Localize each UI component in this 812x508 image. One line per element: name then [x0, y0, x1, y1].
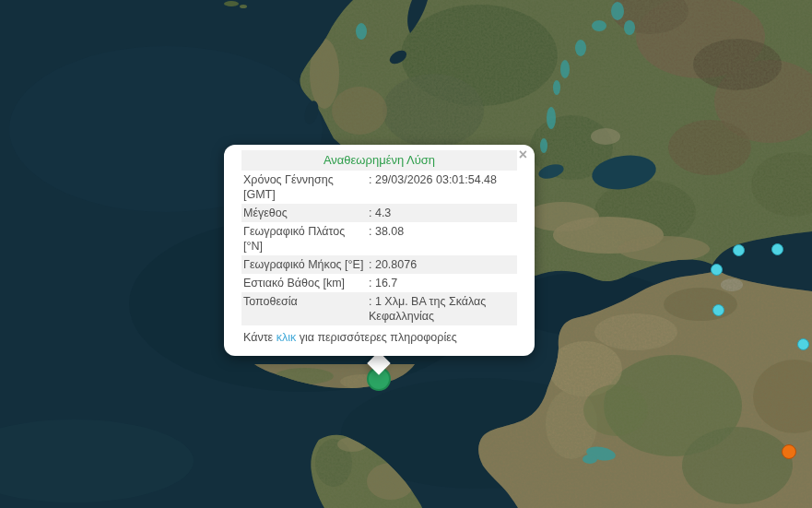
row-label: Χρόνος Γέννησης [GMT]	[241, 172, 367, 202]
row-label: Εστιακό Βάθος [km]	[241, 276, 367, 290]
row-value: : 1 Χλμ. ΒΑ της Σκάλας Κεφαλληνίας	[367, 294, 517, 324]
event-marker-1[interactable]	[733, 244, 745, 256]
event-marker-4[interactable]	[712, 304, 724, 316]
more-info-link[interactable]: κλικ	[277, 331, 297, 344]
popup-row-magnitude: Μέγεθος : 4.3	[241, 204, 517, 222]
row-label: Γεωγραφικό Μήκος [°E]	[241, 257, 367, 272]
close-icon[interactable]: ×	[519, 148, 527, 161]
row-value: : 38.08	[367, 224, 517, 254]
popup-row-latitude: Γεωγραφικό Πλάτος [°N] : 38.08	[241, 222, 517, 255]
event-marker-3[interactable]	[711, 264, 723, 276]
popup-row-depth: Εστιακό Βάθος [km] : 16.7	[241, 274, 517, 292]
footer-text-prefix: Κάντε	[243, 331, 277, 344]
row-value: : 29/03/2026 03:01:54.48	[367, 172, 517, 202]
earthquake-popup: × Αναθεωρημένη Λύση Χρόνος Γέννησης [GMT…	[224, 145, 535, 356]
popup-table: Χρόνος Γέννησης [GMT] : 29/03/2026 03:01…	[241, 171, 517, 325]
map-viewport[interactable]: × Αναθεωρημένη Λύση Χρόνος Γέννησης [GMT…	[0, 0, 812, 508]
popup-row-longitude: Γεωγραφικό Μήκος [°E] : 20.8076	[241, 255, 517, 274]
row-value: : 20.8076	[367, 257, 517, 272]
row-label: Μέγεθος	[241, 206, 367, 220]
row-value: : 4.3	[367, 206, 517, 220]
popup-row-origin-time: Χρόνος Γέννησης [GMT] : 29/03/2026 03:01…	[241, 171, 517, 204]
event-marker-2[interactable]	[771, 243, 783, 255]
footer-text-suffix: για περισσότερες πληροφορίες	[296, 331, 457, 344]
popup-row-location: Τοποθεσία : 1 Χλμ. ΒΑ της Σκάλας Κεφαλλη…	[241, 292, 517, 325]
row-value: : 16.7	[367, 276, 517, 290]
popup-title: Αναθεωρημένη Λύση	[241, 150, 517, 171]
event-marker-5[interactable]	[797, 338, 809, 350]
row-label: Γεωγραφικό Πλάτος [°N]	[241, 224, 367, 254]
event-marker-orange[interactable]	[782, 444, 796, 459]
row-label: Τοποθεσία	[241, 294, 367, 324]
popup-footer: Κάντε κλικ για περισσότερες πληροφορίες	[241, 330, 517, 345]
